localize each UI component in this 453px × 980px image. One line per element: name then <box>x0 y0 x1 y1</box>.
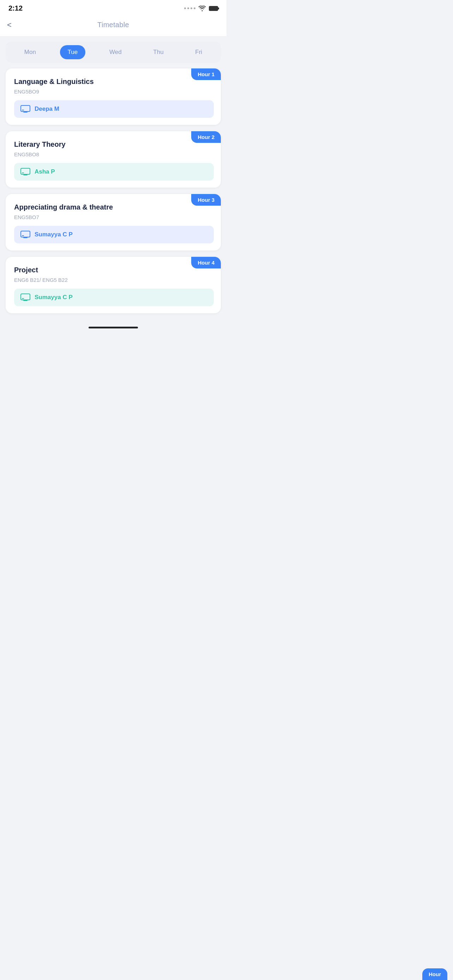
hour-badge-4: Hour 4 <box>191 257 221 269</box>
svg-rect-7 <box>22 172 24 173</box>
tab-thu[interactable]: Thu <box>145 45 171 59</box>
hour-badge-1: Hour 1 <box>191 68 221 80</box>
svg-rect-0 <box>21 105 30 111</box>
signal-icon <box>184 7 196 9</box>
svg-rect-12 <box>21 294 30 300</box>
back-button[interactable]: < <box>7 21 12 30</box>
battery-icon <box>209 6 218 11</box>
page-title: Timetable <box>97 21 129 29</box>
class-name-4: Project <box>14 266 214 274</box>
hour-badge-2: Hour 2 <box>191 131 221 143</box>
hour-badge-3: Hour 3 <box>191 194 221 206</box>
monitor-icon-1 <box>21 105 30 113</box>
status-icons <box>184 6 218 11</box>
status-bar: 2:12 <box>0 0 227 15</box>
class-name-1: Language & Linguistics <box>14 78 214 86</box>
teacher-name-2: Asha P <box>35 168 55 175</box>
svg-rect-8 <box>21 231 30 237</box>
day-tabs: Mon Tue Wed Thu Fri <box>6 41 221 63</box>
svg-rect-4 <box>21 168 30 174</box>
teacher-pill-2[interactable]: Asha P <box>14 163 214 181</box>
tab-mon[interactable]: Mon <box>17 45 44 59</box>
teacher-pill-1[interactable]: Deepa M <box>14 100 214 118</box>
header: < Timetable <box>0 15 227 36</box>
class-name-3: Appreciating drama & theatre <box>14 203 214 211</box>
monitor-icon-2 <box>21 168 30 176</box>
tab-fri[interactable]: Fri <box>188 45 210 59</box>
tab-wed[interactable]: Wed <box>102 45 129 59</box>
class-code-1: ENG5BO9 <box>14 89 214 95</box>
cards-container: Hour 1 Language & Linguistics ENG5BO9 De… <box>0 68 227 313</box>
class-card-3: Hour 3 Appreciating drama & theatre ENG5… <box>6 194 221 250</box>
tab-tue[interactable]: Tue <box>60 45 86 59</box>
teacher-name-1: Deepa M <box>35 105 59 113</box>
svg-rect-15 <box>22 298 24 299</box>
class-code-2: ENG5BO8 <box>14 151 214 158</box>
monitor-icon-3 <box>21 231 30 239</box>
svg-rect-11 <box>22 235 24 236</box>
teacher-pill-4[interactable]: Sumayya C P <box>14 289 214 306</box>
bottom-bar <box>0 320 227 332</box>
class-code-4: ENG6 B21/ ENG5 B22 <box>14 277 214 283</box>
status-time: 2:12 <box>8 4 22 12</box>
monitor-icon-4 <box>21 294 30 301</box>
wifi-icon <box>198 6 206 11</box>
teacher-name-3: Sumayya C P <box>35 231 73 238</box>
teacher-pill-3[interactable]: Sumayya C P <box>14 226 214 243</box>
svg-rect-3 <box>22 110 24 110</box>
class-card-4: Hour 4 Project ENG6 B21/ ENG5 B22 Sumayy… <box>6 257 221 313</box>
class-card-2: Hour 2 Literary Theory ENG5BO8 Asha P <box>6 131 221 188</box>
class-name-2: Literary Theory <box>14 140 214 148</box>
teacher-name-4: Sumayya C P <box>35 294 73 301</box>
home-indicator <box>89 327 138 328</box>
class-code-3: ENG5BO7 <box>14 214 214 220</box>
class-card-1: Hour 1 Language & Linguistics ENG5BO9 De… <box>6 68 221 125</box>
